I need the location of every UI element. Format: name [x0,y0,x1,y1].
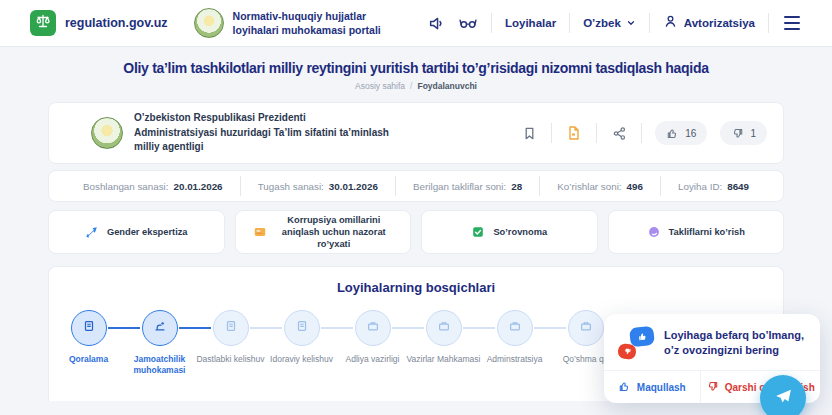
site-name[interactable]: regulation.gov.uz [65,16,168,30]
stage-circle [568,310,604,346]
accessibility-glasses-icon[interactable] [459,14,478,33]
agency-emblem [91,117,123,149]
stat-label: Loyiha ID: [678,181,722,192]
approve-label: Maqullash [637,382,686,393]
action-label: Korrupsiya omillarini aniqlash uchun naz… [275,214,393,250]
stat-label: Berilgan takliflar soni: [413,181,506,192]
stage-draft: Qoralama [53,310,124,377]
poll-button[interactable]: So’rovnoma [421,210,598,254]
stage-circle [213,310,249,346]
share-icon[interactable] [610,124,628,142]
stage-administration: Adminstratsiya [479,310,550,377]
stat-proposals: Berilgan takliflar soni: 28 [413,181,522,192]
dislikes-count: 1 [750,128,756,139]
document-file-icon[interactable] [565,124,583,142]
person-icon [663,14,678,33]
thumb-down-icon [706,380,719,395]
stage-circle [426,310,462,346]
thumb-down-bubble-icon [617,343,636,360]
bookmark-icon[interactable] [520,124,538,142]
site-logo[interactable] [30,10,56,36]
scales-icon [35,13,51,33]
project-card: O’zbekiston Respublikasi Prezidenti Admi… [48,102,784,164]
discussion-icon [153,319,167,337]
stat-label: Tugash sanasi: [258,181,324,192]
text-to-speech-icon[interactable] [427,14,446,33]
paper-plane-icon [774,387,793,409]
vote-popup-body: Loyihaga befarq bo’lmang, o’z ovozingizn… [604,314,820,370]
divider [660,176,661,196]
thumb-up-icon [666,127,679,140]
thumb-up-icon [618,380,631,395]
poll-icon [471,225,485,239]
stage-justice-ministry: Adliya vazirligi [337,310,408,377]
gender-expertise-button[interactable]: Gender ekspertiza [48,210,225,254]
portal-title-line2: loyihalari muhokamasi portali [233,23,381,37]
briefcase-icon [579,319,593,337]
page-title: Oliy ta’lim tashkilotlari milliy reyting… [0,60,832,76]
stage-departmental-agreement: Idoraviy kelishuv [266,310,337,377]
state-emblem [194,8,224,38]
stat-value: 8649 [727,181,749,192]
divider [569,13,570,33]
gender-expertise-icon [85,225,99,239]
briefcase-icon [437,319,451,337]
stat-views: Ko’rishlar soni: 496 [557,181,643,192]
stage-circle [142,310,178,346]
divider [641,123,642,143]
corruption-checklist-button[interactable]: Korrupsiya omillarini aniqlash uchun naz… [235,210,412,254]
vote-message: Loyihaga befarq bo’lmang, o’z ovozingizn… [664,328,806,358]
stat-value: 30.01.2026 [329,181,378,192]
chevron-down-icon [626,14,636,32]
document-icon [295,319,309,337]
send-message-fab[interactable] [760,375,806,415]
language-selector[interactable]: O’zbek [583,14,636,32]
action-label: Takliflarni ko’rish [669,226,745,238]
divider [395,176,396,196]
stat-label: Boshlangan sanasi: [83,181,169,192]
breadcrumb: Asosiy sahifa / Foydalanuvchi [0,81,832,91]
stage-circle [71,310,107,346]
portal-title-line1: Normativ-huquqiy hujjatlar [233,9,381,23]
stage-circle [355,310,391,346]
corruption-checklist-icon [253,225,267,239]
stat-end-date: Tugash sanasi: 30.01.2026 [258,181,378,192]
stages-title: Loyihalarning bosqichlari [49,280,783,295]
stage-circle [497,310,533,346]
view-proposals-button[interactable]: Takliflarni ko’rish [608,210,785,254]
breadcrumb-current: Foydalanuvchi [417,81,477,91]
auth-label: Avtorizatsiya [684,17,755,29]
divider [240,176,241,196]
view-proposals-icon [647,225,661,239]
stat-value: 20.01.2026 [174,181,223,192]
agency-name: O’zbekiston Respublikasi Prezidenti Admi… [134,111,389,155]
language-value: O’zbek [583,17,621,29]
auth-button[interactable]: Avtorizatsiya [663,14,755,33]
likes-pill[interactable]: 16 [655,121,707,145]
stage-public-discussion: Jamoatchilik muhokamasi [124,310,195,377]
likes-count: 16 [685,128,696,139]
document-icon [82,319,96,337]
stat-project-id: Loyiha ID: 8649 [678,181,749,192]
briefcase-icon [366,319,380,337]
stats-bar: Boshlangan sanasi: 20.01.2026 Tugash san… [48,170,784,202]
divider [539,176,540,196]
breadcrumb-separator: / [410,81,412,91]
stage-circle [284,310,320,346]
page: regulation.gov.uz Normativ-huquqiy hujja… [0,0,832,415]
briefcase-icon [508,319,522,337]
divider [491,13,492,33]
approve-button[interactable]: Maqullash [604,371,700,403]
divider [649,13,650,33]
portal-title: Normativ-huquqiy hujjatlar loyihalari mu… [233,9,381,37]
stat-start-date: Boshlangan sanasi: 20.01.2026 [83,181,223,192]
stat-value: 496 [627,181,643,192]
breadcrumb-home[interactable]: Asosiy sahifa [355,81,405,91]
menu-burger-icon[interactable] [782,14,802,32]
action-buttons-row: Gender ekspertiza Korrupsiya omillarini … [48,210,784,254]
stat-value: 28 [511,181,522,192]
dislikes-pill[interactable]: 1 [720,121,767,145]
project-tools: 16 1 [520,121,767,145]
nav-projects[interactable]: Loyihalar [505,17,556,29]
stage-preliminary-agreement: Dastlabki kelishuv [195,310,266,377]
